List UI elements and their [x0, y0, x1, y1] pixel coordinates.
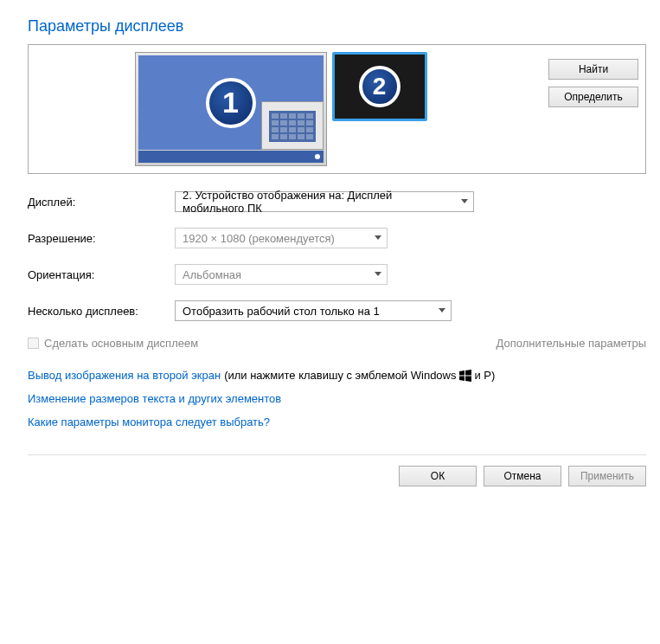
display-label: Дисплей:	[28, 196, 175, 209]
orientation-label: Ориентация:	[28, 268, 175, 281]
svg-marker-1	[465, 370, 471, 376]
advanced-settings-link[interactable]: Дополнительные параметры	[496, 337, 646, 350]
monitor-1-screen: 1	[138, 55, 324, 150]
chevron-down-icon	[461, 199, 468, 203]
resolution-label: Разрешение:	[28, 232, 175, 245]
project-to-second-screen-link[interactable]: Вывод изображения на второй экран	[28, 369, 221, 382]
chevron-down-icon	[439, 308, 445, 312]
settings-form: Дисплей: 2. Устройство отображения на: Д…	[28, 191, 646, 321]
svg-marker-3	[465, 376, 471, 382]
svg-marker-2	[459, 376, 465, 380]
page-title: Параметры дисплеев	[28, 17, 646, 35]
primary-display-checkbox: Сделать основным дисплеем	[28, 337, 198, 350]
display-dropdown[interactable]: 2. Устройство отображения на: Дисплей мо…	[175, 191, 474, 212]
display-preview-box: 1	[28, 44, 646, 174]
windows-key-icon	[459, 370, 471, 382]
apply-button: Применить	[568, 466, 646, 486]
display-dropdown-value: 2. Устройство отображения на: Дисплей мо…	[183, 189, 454, 215]
ok-button[interactable]: ОК	[399, 466, 477, 486]
project-suffix-text-b: и P)	[474, 369, 495, 382]
monitor-1-bezel: 1	[135, 52, 327, 166]
svg-marker-0	[459, 370, 465, 375]
chevron-down-icon	[375, 272, 381, 276]
monitor-arrangement-area[interactable]: 1	[29, 45, 533, 173]
multidisplay-label: Несколько дисплеев:	[28, 305, 175, 318]
primary-display-label: Сделать основным дисплеем	[44, 337, 198, 350]
resolution-dropdown-value: 1920 × 1080 (рекомендуется)	[183, 232, 335, 245]
multidisplay-dropdown[interactable]: Отобразить рабочий стол только на 1	[175, 300, 452, 321]
orientation-dropdown-value: Альбомная	[183, 268, 241, 281]
monitor-2[interactable]: 2	[332, 52, 427, 121]
orientation-dropdown: Альбомная	[175, 264, 388, 285]
separator	[28, 454, 646, 455]
which-settings-link[interactable]: Какие параметры монитора следует выбрать…	[28, 415, 646, 428]
monitor-2-number-badge: 2	[359, 66, 400, 107]
find-button[interactable]: Найти	[548, 59, 638, 80]
chevron-down-icon	[375, 235, 381, 240]
project-suffix-text-a: (или нажмите клавишу с эмблемой Windows	[224, 369, 456, 382]
cancel-button[interactable]: Отмена	[484, 466, 561, 486]
monitor-1-number-badge: 1	[206, 78, 256, 128]
multidisplay-dropdown-value: Отобразить рабочий стол только на 1	[183, 305, 380, 318]
monitor-1-calendar-icon	[261, 101, 324, 150]
identify-button[interactable]: Определить	[548, 87, 638, 107]
monitor-1-taskbar	[138, 151, 324, 163]
text-size-link[interactable]: Изменение размеров текста и других элеме…	[28, 392, 646, 405]
monitor-1[interactable]: 1	[135, 52, 327, 166]
checkbox-icon	[28, 338, 39, 349]
resolution-dropdown: 1920 × 1080 (рекомендуется)	[175, 228, 388, 248]
